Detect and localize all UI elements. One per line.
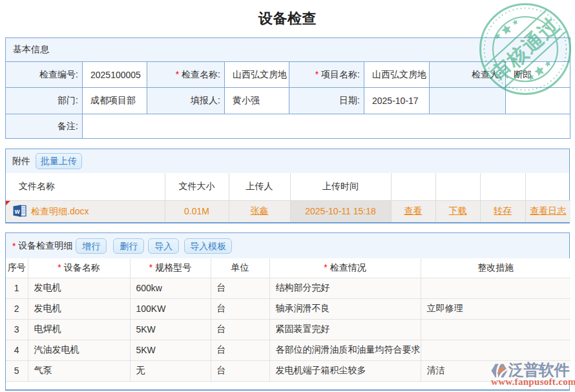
- svg-text:审核通过: 审核通过: [487, 13, 564, 87]
- svg-text:w: w: [14, 208, 20, 215]
